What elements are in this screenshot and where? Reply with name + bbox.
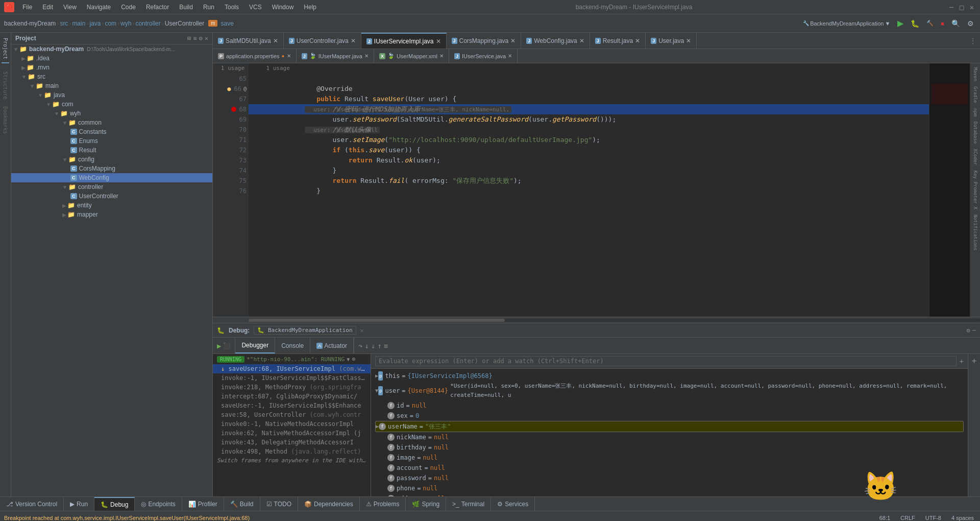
database-tab[interactable]: Database	[972, 120, 978, 146]
menu-file[interactable]: File	[18, 3, 36, 12]
stack-frame-8[interactable]: invoke:43, DelegatingMethodAccessorI	[213, 438, 371, 447]
bottom-tab-todo[interactable]: ☑ TODO	[260, 497, 298, 511]
tree-controller[interactable]: ▼ 📁 controller	[11, 182, 212, 192]
debug-close[interactable]: ✕	[360, 327, 364, 334]
tab-usercontroller[interactable]: J UserController.java ✕	[284, 33, 361, 49]
gutter-75[interactable]: 75	[213, 176, 249, 186]
project-tab[interactable]: Project	[2, 35, 9, 63]
tab-corsmapping[interactable]: J CorsMapping.java ✕	[447, 33, 522, 49]
sidebar-close[interactable]: ✕	[205, 35, 208, 42]
gutter-74[interactable]: 74	[213, 165, 249, 176]
npm-tab[interactable]: npm	[972, 106, 978, 119]
menu-tools[interactable]: Tools	[220, 3, 243, 12]
step-into-button[interactable]: ↓	[364, 342, 369, 350]
tree-corsmapping[interactable]: C CorsMapping	[11, 164, 212, 173]
bookmarks-tab[interactable]: Bookmarks	[2, 103, 9, 137]
xcoder-tab[interactable]: XCoder	[972, 147, 978, 168]
stack-frame-3[interactable]: intercept:687, CglibAopProxy$Dynamic/	[213, 392, 371, 401]
menu-help[interactable]: Help	[300, 3, 321, 12]
step-over-button[interactable]: ↷	[358, 342, 362, 350]
debug-button[interactable]: 🐛	[909, 18, 921, 29]
search-button[interactable]: 🔍	[949, 18, 962, 29]
tab-saltmd5[interactable]: J SaltMD5Util.java ✕	[213, 33, 284, 49]
bottom-tab-problems[interactable]: ⚠ Problems	[360, 497, 406, 511]
debug-stop-button[interactable]: ⬛	[223, 342, 231, 349]
stack-frame-9[interactable]: invoke:498, Method (java.lang.reflect)	[213, 447, 371, 456]
stack-frame-5[interactable]: save:58, UserController (com.wyh.contr	[213, 410, 371, 419]
debug-config-name[interactable]: 🐛 BackendMyDreamApplication	[254, 326, 356, 335]
tab-webconfig[interactable]: J WebConfig.java ✕	[521, 33, 590, 49]
tab-user[interactable]: J User.java ✕	[646, 33, 697, 49]
add-watch-icon[interactable]: +	[972, 356, 977, 366]
menu-window[interactable]: Window	[268, 3, 298, 12]
bottom-tab-spring[interactable]: 🌿 Spring	[406, 497, 446, 511]
close-button[interactable]: ✕	[968, 3, 976, 11]
evaluate-button[interactable]: ≡	[384, 342, 388, 350]
debug-thread-row[interactable]: RUNNING *"http-nio-90...ain": RUNNING ▼ …	[213, 354, 371, 364]
minimize-button[interactable]: ─	[947, 3, 955, 11]
tree-config[interactable]: ▼ 📁 config	[11, 155, 212, 164]
tree-result[interactable]: C Result	[11, 146, 212, 155]
breadcrumb-save[interactable]: save	[220, 20, 233, 27]
tab2-iuserservice[interactable]: J IUserService.java ✕	[449, 49, 518, 63]
add-watch-button[interactable]: +	[960, 357, 964, 365]
menu-build[interactable]: Build	[175, 3, 197, 12]
bottom-tab-terminal[interactable]: >_ Terminal	[446, 497, 491, 511]
stop-button[interactable]: ■	[939, 19, 946, 28]
tab2-usermapper[interactable]: X 🍃 UserMapper.xml ✕	[374, 49, 449, 63]
tree-usercontroller[interactable]: C UserController	[11, 192, 212, 201]
tab-more-icon[interactable]: ⋮	[970, 37, 976, 44]
menu-vcs[interactable]: VCS	[245, 3, 266, 12]
tree-idea[interactable]: ▶ 📁 .idea	[11, 54, 212, 63]
menu-code[interactable]: Code	[117, 3, 140, 12]
tree-mapper[interactable]: ▶ 📁 mapper	[11, 210, 212, 219]
gradle-tab[interactable]: Gradle	[972, 84, 978, 105]
stack-frame-1[interactable]: invoke:-1, IUserServiceImpl$$FastClassBy	[213, 373, 371, 383]
tree-src[interactable]: ▼ 📁 src	[11, 72, 212, 81]
var-this-row[interactable]: ▶ p this = {IUserServiceImpl@6568}	[375, 371, 964, 381]
menu-run[interactable]: Run	[199, 3, 218, 12]
debug-resume-button[interactable]: ▶	[217, 342, 221, 350]
bottom-tab-dependencies[interactable]: 📦 Dependencies	[298, 497, 360, 511]
bottom-tab-profiler[interactable]: 📊 Profiler	[182, 497, 224, 511]
status-indent[interactable]: 4 spaces	[949, 515, 976, 521]
stack-frame-6[interactable]: invoke0:-1, NativeMethodAccessorImpl	[213, 419, 371, 429]
breadcrumb-src[interactable]: src	[60, 20, 68, 27]
thread-filter-icon[interactable]: ▼	[347, 357, 350, 362]
menu-view[interactable]: View	[59, 3, 81, 12]
stack-frame-2[interactable]: invoke:218, MethodProxy (org.springfra	[213, 383, 371, 392]
tree-main[interactable]: ▼ 📁 main	[11, 81, 212, 90]
menu-navigate[interactable]: Navigate	[83, 3, 115, 12]
sidebar-settings[interactable]: ⚙	[199, 35, 203, 42]
bottom-tab-run[interactable]: ▶ Run	[64, 497, 94, 511]
debug-minimize-icon[interactable]: ─	[972, 327, 976, 334]
bottom-tab-services[interactable]: ⚙ Services	[491, 497, 535, 511]
breadcrumb-java[interactable]: java	[89, 20, 101, 27]
debug-tab-debugger[interactable]: Debugger	[235, 338, 275, 353]
expression-input[interactable]	[375, 356, 957, 366]
tree-entity[interactable]: ▶ 📁 entity	[11, 201, 212, 210]
menu-edit[interactable]: Edit	[38, 3, 57, 12]
tree-root[interactable]: ▼ 📁 backend-myDream D:\Tools\JavaWorkSpa…	[11, 44, 212, 54]
debug-tab-console[interactable]: Console	[275, 338, 310, 353]
force-step-into-button[interactable]: ⇓	[371, 342, 375, 350]
maximize-button[interactable]: □	[958, 3, 966, 11]
bottom-tab-debug[interactable]: 🐛 Debug	[94, 497, 135, 511]
breadcrumb-file[interactable]: UserController	[165, 20, 204, 27]
scrollbar-thumb[interactable]	[249, 319, 505, 322]
stack-frame-0[interactable]: ↓ saveUser:68, IUserServiceImpl (com.wyh	[213, 364, 371, 373]
status-position[interactable]: 68:1	[877, 515, 892, 521]
structure-tab[interactable]: Structure	[2, 68, 9, 102]
tab2-iusermapper[interactable]: J 🍃 IUserMapper.java ✕	[297, 49, 374, 63]
gutter-71[interactable]: 71	[213, 135, 249, 145]
gutter-67[interactable]: 67	[213, 94, 249, 104]
debug-tab-actuator[interactable]: A Actuator	[310, 338, 354, 353]
tab-iuserserviceimpl[interactable]: J IUserServiceImpl.java ✕	[361, 33, 447, 49]
run-button[interactable]: ▶	[895, 17, 905, 29]
gutter-66[interactable]: ● 66 @	[213, 84, 249, 94]
var-username-row[interactable]: ▶ f userName = "张三丰"	[375, 421, 964, 432]
breadcrumb-com[interactable]: com	[105, 20, 116, 27]
horizontal-scrollbar[interactable]	[213, 317, 980, 323]
status-encoding[interactable]: UTF-8	[923, 515, 943, 521]
tab-result[interactable]: J Result.java ✕	[590, 33, 646, 49]
